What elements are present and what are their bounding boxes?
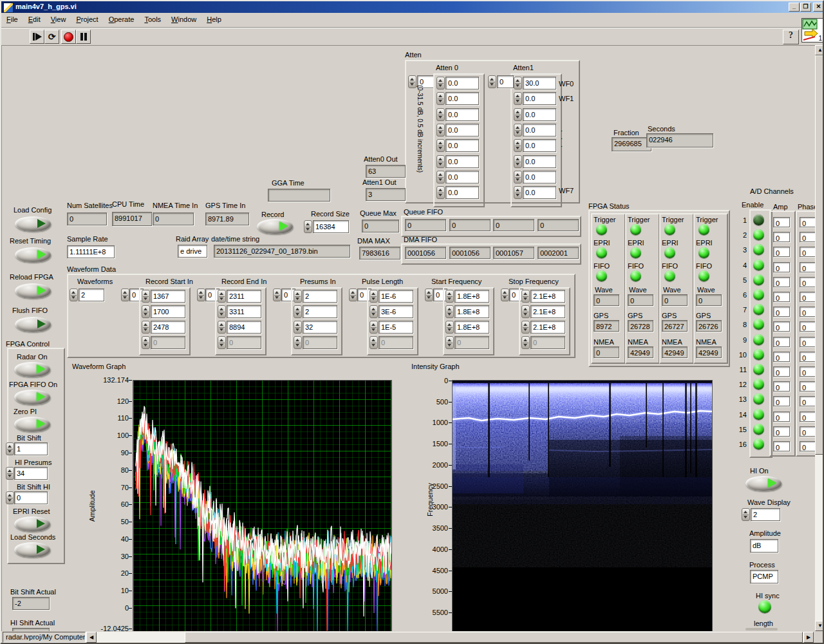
spinner-down-arrow[interactable] [438, 194, 442, 196]
spinner-down-arrow[interactable] [516, 147, 520, 149]
increment-decrement-spinner[interactable] [521, 290, 530, 303]
switch-fpga-fifo-on[interactable] [14, 390, 50, 404]
spinner-up-arrow[interactable] [8, 445, 12, 448]
increment-decrement-spinner[interactable] [294, 290, 302, 303]
column-value[interactable]: 1E-6 [379, 290, 413, 303]
vertical-scroll-thumb[interactable] [815, 55, 824, 455]
restore-button[interactable]: ❐ [800, 3, 811, 12]
column-value[interactable]: 0 [303, 336, 337, 349]
channel-enable-led[interactable] [753, 409, 764, 420]
spinner-down-arrow[interactable] [516, 163, 520, 166]
spinner-up-arrow[interactable] [371, 323, 375, 326]
increment-decrement-spinner[interactable] [436, 155, 445, 168]
increment-decrement-spinner[interactable] [370, 290, 378, 303]
menu-file[interactable]: File [1, 13, 23, 25]
atten0-value[interactable]: 0.0 [445, 186, 479, 199]
spinner-up-arrow[interactable] [144, 339, 147, 341]
increment-decrement-spinner[interactable] [370, 321, 378, 334]
spinner-up-arrow[interactable] [438, 126, 442, 129]
phase-input[interactable]: 0 [800, 277, 815, 287]
column-value[interactable]: 2 [303, 305, 337, 318]
increment-decrement-spinner[interactable] [142, 321, 150, 334]
spinner-up-arrow[interactable] [71, 291, 75, 294]
minimize-button[interactable]: _ [789, 3, 800, 12]
spinner-down-arrow[interactable] [199, 296, 203, 299]
amp-input[interactable]: 0 [773, 366, 790, 377]
spinner-up-arrow[interactable] [220, 323, 223, 326]
spinner-up-arrow[interactable] [523, 339, 527, 341]
spinner-down-arrow[interactable] [306, 228, 310, 231]
spinner-up-arrow[interactable] [438, 79, 442, 82]
spinner-up-arrow[interactable] [295, 292, 299, 295]
button-epri-reset[interactable] [14, 516, 50, 531]
menu-help[interactable]: Help [201, 13, 227, 25]
amp-input[interactable]: 0 [773, 412, 790, 422]
atten1-value[interactable]: 30.0 [523, 77, 556, 90]
increment-decrement-spinner[interactable] [273, 289, 281, 301]
amp-input[interactable]: 0 [773, 352, 790, 362]
phase-input[interactable]: 0 [800, 307, 815, 317]
spinner-up-arrow[interactable] [516, 79, 520, 82]
spinner-down-arrow[interactable] [295, 328, 299, 331]
scroll-down-button[interactable]: ▼ [815, 621, 824, 631]
atten1-index[interactable]: 0 [497, 75, 514, 88]
spinner-up-arrow[interactable] [199, 291, 203, 294]
spinner-up-arrow[interactable] [438, 189, 442, 191]
increment-decrement-spinner[interactable] [142, 336, 150, 349]
increment-decrement-spinner[interactable] [521, 336, 530, 349]
spinner-up-arrow[interactable] [220, 339, 223, 341]
title-bar[interactable]: main4v7_h_gps.vi _ ❐ ✕ [1, 1, 823, 13]
phase-input[interactable]: 0 [800, 441, 815, 451]
increment-decrement-spinner[interactable] [445, 305, 454, 318]
spinner-up-arrow[interactable] [371, 308, 375, 310]
increment-decrement-spinner[interactable] [349, 289, 357, 301]
amp-input[interactable]: 0 [773, 307, 790, 317]
channel-enable-led[interactable] [753, 364, 764, 375]
spinner-down-arrow[interactable] [275, 296, 279, 299]
increment-decrement-spinner[interactable] [436, 171, 445, 184]
increment-decrement-spinner[interactable] [70, 289, 78, 301]
spinner-up-arrow[interactable] [438, 158, 442, 160]
column-value[interactable]: 1.8E+8 [454, 290, 489, 303]
amp-input[interactable]: 0 [773, 232, 790, 242]
spinner-down-arrow[interactable] [123, 296, 127, 299]
increment-decrement-spinner[interactable] [445, 321, 454, 334]
increment-decrement-spinner[interactable] [436, 124, 445, 137]
run-button[interactable] [30, 30, 44, 44]
spinner-down-arrow[interactable] [438, 84, 442, 87]
spinner-down-arrow[interactable] [220, 328, 223, 331]
increment-decrement-spinner[interactable] [436, 92, 445, 105]
amp-input[interactable]: 0 [773, 247, 790, 257]
channel-enable-led[interactable] [753, 289, 764, 300]
increment-decrement-spinner[interactable] [304, 220, 312, 233]
amp-input[interactable]: 0 [773, 217, 790, 227]
numeric-hi-presums[interactable]: 34 [14, 467, 48, 480]
phase-input[interactable]: 0 [800, 426, 815, 437]
spinner-down-arrow[interactable] [144, 298, 147, 300]
spinner-up-arrow[interactable] [447, 339, 451, 341]
spinner-down-arrow[interactable] [144, 328, 147, 331]
phase-input[interactable]: 0 [800, 396, 815, 406]
channel-enable-led[interactable] [753, 260, 764, 270]
atten0-value[interactable]: 0.0 [445, 155, 479, 168]
increment-decrement-spinner[interactable] [370, 305, 378, 318]
amp-input[interactable]: 0 [773, 337, 790, 347]
phase-input[interactable]: 0 [800, 217, 815, 227]
increment-decrement-spinner[interactable] [521, 305, 530, 318]
phase-input[interactable]: 0 [800, 352, 815, 362]
increment-decrement-spinner[interactable] [514, 108, 522, 121]
numeric-bit-shift-hi[interactable]: 0 [14, 491, 48, 504]
increment-decrement-spinner[interactable] [294, 321, 302, 334]
spinner-up-arrow[interactable] [438, 142, 442, 144]
spinner-down-arrow[interactable] [371, 344, 375, 346]
atten0-value[interactable]: 0.0 [445, 92, 479, 105]
spinner-down-arrow[interactable] [8, 475, 12, 477]
spinner-down-arrow[interactable] [516, 194, 520, 196]
spinner-up-arrow[interactable] [503, 291, 507, 294]
increment-decrement-spinner[interactable] [514, 124, 522, 137]
channel-enable-led[interactable] [753, 439, 764, 450]
length-control-partial[interactable] [745, 628, 778, 630]
increment-decrement-spinner[interactable] [436, 108, 445, 121]
column-value[interactable]: 2.1E+8 [530, 321, 565, 334]
increment-decrement-spinner[interactable] [142, 290, 150, 303]
